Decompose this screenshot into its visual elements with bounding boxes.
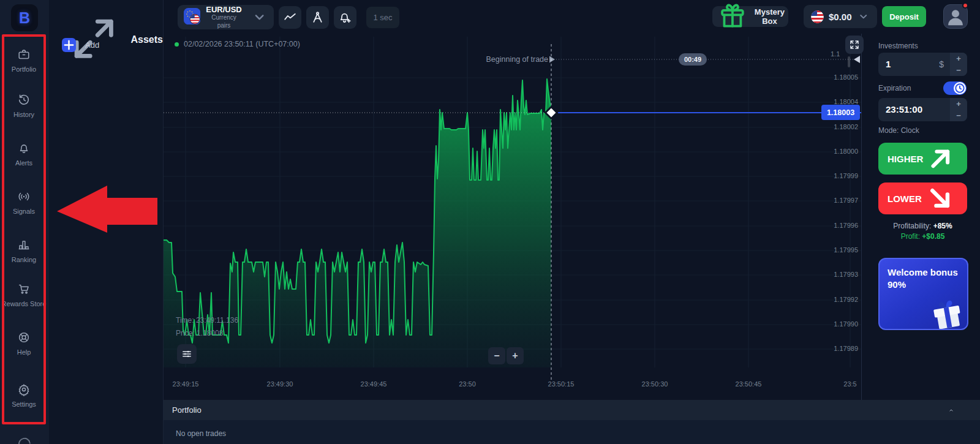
trade-panel: Investments 1 $ + − Expiration 23:51:00 …	[861, 34, 980, 400]
price-axis-label: 1.18005	[820, 73, 858, 81]
arrow-down-right-icon	[922, 180, 958, 216]
portfolio-body: No open trades	[164, 420, 980, 444]
chart-canvas[interactable]	[164, 34, 861, 400]
chevron-up-icon	[948, 407, 954, 413]
currency-pair-selector[interactable]: EUR/USD Currency pairs	[178, 5, 274, 29]
chevron-down-icon	[251, 9, 268, 25]
investment-decrease-button[interactable]: −	[950, 64, 967, 76]
zoom-out-button[interactable]: −	[488, 347, 505, 364]
sidebar: B PortfolioHistoryAlertsSignalsRankingRe…	[0, 0, 49, 444]
countdown-badge: 00:49	[679, 53, 707, 66]
flag-us-icon	[811, 10, 824, 23]
logo-letter: B	[19, 9, 30, 27]
arrow-up-right-icon	[923, 141, 958, 176]
sidebar-item-settings[interactable]: Settings	[1, 383, 47, 408]
compass-icon	[310, 10, 325, 25]
time-axis-label: 23:49:45	[355, 380, 392, 388]
session-datetime: 02/02/2026 23:50:11 (UTC+07:00)	[184, 40, 300, 48]
clock-small-icon	[954, 82, 966, 94]
notification-dot	[962, 2, 968, 9]
sidebar-item-rewards-store[interactable]: Rewards Store	[1, 282, 47, 308]
balance-selector[interactable]: $0.00	[804, 5, 877, 28]
sidebar-item-help[interactable]: Help	[1, 331, 47, 356]
expiration-decrease-button[interactable]: −	[950, 110, 967, 121]
price-axis-label: 1.17992	[820, 296, 858, 303]
ranking-icon	[17, 238, 31, 252]
chart-settings-button[interactable]	[177, 344, 197, 364]
chart-type-button[interactable]	[279, 6, 301, 29]
sidebar-item-label: History	[1, 111, 47, 119]
signals-icon	[17, 190, 31, 203]
time-axis-label: 23:50:45	[730, 380, 767, 388]
axis-scroll-thumb[interactable]	[848, 56, 850, 67]
price-axis-label: 1.17995	[820, 246, 858, 254]
add-asset-label: Add	[85, 40, 99, 50]
sidebar-item-label: Alerts	[1, 159, 47, 167]
live-dot-icon	[175, 42, 179, 47]
expiration-label: Expiration	[878, 84, 911, 92]
time-axis-label: 23:49:15	[167, 380, 204, 388]
price-axis-label: 1.17989	[820, 345, 858, 352]
sidebar-item-label: Ranking	[1, 256, 47, 264]
pair-flags-icon	[184, 8, 200, 26]
time-axis-label: 23:50	[449, 380, 486, 388]
mode-text: Mode: Clock	[878, 126, 919, 135]
sidebar-item-portfolio[interactable]: Portfolio	[1, 48, 47, 73]
investments-label: Investments	[878, 42, 918, 50]
drawing-tools-button[interactable]	[306, 6, 329, 29]
expiration-toggle[interactable]	[943, 81, 967, 95]
chart-line-icon	[282, 10, 298, 25]
timeframe-selector[interactable]: 1 sec	[366, 7, 399, 28]
deposit-button[interactable]: Deposit	[882, 6, 926, 27]
crosshair-price: Price: 1.18008	[176, 329, 223, 337]
session-info: 02/02/2026 23:50:11 (UTC+07:00)	[175, 40, 300, 48]
mystery-box-button[interactable]: Mystery Box	[712, 6, 788, 27]
portfolio-collapse-button[interactable]	[944, 404, 958, 416]
investment-input[interactable]: 1 $ + −	[878, 53, 967, 76]
trade-start-label: Beginning of trade	[486, 55, 548, 64]
sidebar-item-signals[interactable]: Signals	[1, 190, 47, 216]
time-axis-label: 23:5	[832, 380, 869, 388]
sidebar-item-label: Settings	[1, 401, 47, 408]
add-asset-row[interactable]: Add	[62, 38, 99, 52]
pair-name: EUR/USD	[206, 6, 242, 13]
price-axis-label: 1.17993	[820, 271, 858, 278]
expiration-increase-button[interactable]: +	[950, 98, 967, 110]
investment-increase-button[interactable]: +	[950, 53, 967, 64]
investment-stepper: + −	[950, 53, 967, 76]
welcome-bonus-card[interactable]: Welcome bonus 90%	[878, 258, 968, 330]
zoom-in-button[interactable]: +	[507, 347, 524, 364]
bell-plus-icon	[337, 10, 353, 25]
app-root: B PortfolioHistoryAlertsSignalsRankingRe…	[0, 0, 980, 444]
history-icon	[17, 93, 31, 107]
fullscreen-icon	[849, 39, 860, 50]
sidebar-item-ranking[interactable]: Ranking	[1, 238, 47, 264]
investment-value: 1	[886, 59, 891, 69]
app-logo[interactable]: B	[11, 4, 38, 31]
lower-button[interactable]: LOWER	[878, 182, 967, 214]
bell-icon	[17, 141, 31, 155]
sidebar-item-alerts[interactable]: Alerts	[1, 141, 47, 167]
price-axis-label: 1.17990	[820, 320, 858, 328]
sidebar-item-label: Portfolio	[1, 66, 47, 73]
current-price-badge: 1.18003	[821, 105, 860, 120]
bonus-title: Welcome bonus 90%	[888, 266, 967, 291]
cart-icon	[17, 282, 31, 296]
gear-icon	[17, 383, 31, 396]
portfolio-title: Portfolio	[172, 405, 202, 415]
expiration-value: 23:51:00	[886, 104, 922, 115]
fullscreen-button[interactable]	[845, 36, 864, 54]
price-axis-label: 1.17999	[820, 172, 858, 179]
price-alert-button[interactable]	[334, 6, 356, 29]
price-axis-label: 1.18000	[820, 148, 858, 155]
plus-icon	[62, 38, 76, 52]
sidebar-item-history[interactable]: History	[1, 93, 47, 119]
time-axis-label: 23:49:30	[262, 380, 298, 388]
portfolio-bar[interactable]: Portfolio	[164, 400, 980, 420]
higher-button[interactable]: HIGHER	[878, 143, 967, 175]
gift-illustration	[928, 295, 968, 330]
add-asset-button[interactable]	[62, 38, 76, 52]
chevron-down-icon	[857, 10, 870, 23]
expiration-input[interactable]: 23:51:00 + −	[878, 98, 967, 121]
sidebar-item-label: Help	[1, 348, 47, 356]
